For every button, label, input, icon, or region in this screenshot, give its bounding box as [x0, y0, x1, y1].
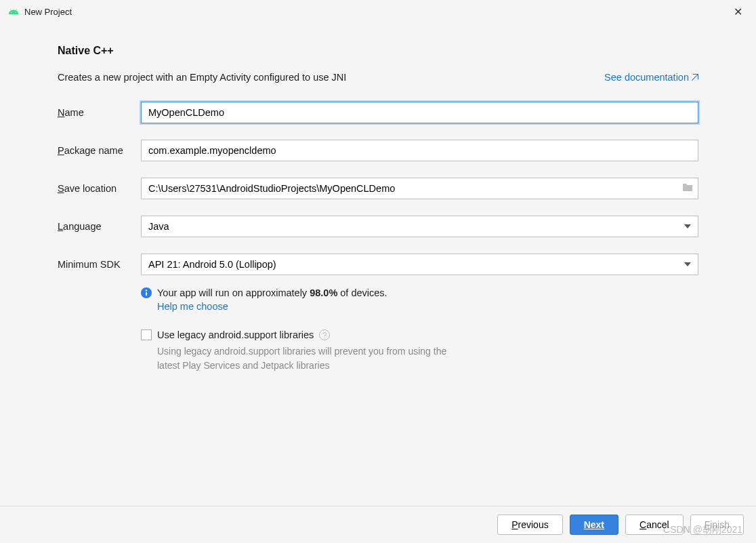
titlebar: New Project ✕ [0, 0, 756, 23]
finish-button[interactable]: Finish [690, 515, 744, 535]
language-label: Language [58, 221, 141, 232]
minimum-sdk-select[interactable]: API 21: Android 5.0 (Lollipop) [141, 254, 698, 275]
page-heading: Native C++ [58, 45, 698, 57]
device-coverage-text: Your app will run on approximately 98.0%… [157, 287, 387, 298]
svg-point-2 [146, 289, 147, 291]
page-subtext: Creates a new project with an Empty Acti… [58, 72, 346, 83]
svg-rect-1 [146, 292, 147, 296]
android-logo-icon [8, 6, 19, 17]
package-name-label: Package name [58, 145, 141, 156]
previous-button[interactable]: Previous [497, 515, 562, 535]
name-input[interactable] [141, 102, 698, 123]
name-label: Name [58, 107, 141, 118]
chevron-down-icon [684, 261, 691, 268]
legacy-libraries-checkbox[interactable] [141, 329, 152, 340]
package-name-input[interactable] [141, 140, 698, 161]
legacy-libraries-description: Using legacy android.support libraries w… [157, 344, 469, 373]
help-icon[interactable]: ? [319, 329, 330, 340]
save-location-input[interactable] [141, 178, 698, 199]
close-button[interactable]: ✕ [728, 3, 748, 21]
doc-link-label: See documentation [604, 72, 689, 83]
language-value: Java [148, 221, 169, 232]
save-location-label: Save location [58, 183, 141, 194]
chevron-down-icon [684, 223, 691, 230]
see-documentation-link[interactable]: See documentation [604, 72, 698, 83]
language-select[interactable]: Java [141, 216, 698, 237]
folder-browse-icon[interactable] [682, 182, 693, 195]
next-button[interactable]: Next [570, 515, 618, 535]
minimum-sdk-value: API 21: Android 5.0 (Lollipop) [148, 259, 276, 270]
info-icon [141, 287, 152, 298]
external-link-icon [692, 74, 698, 81]
window-title: New Project [24, 7, 72, 17]
content-area: Native C++ Creates a new project with an… [0, 23, 756, 506]
cancel-button[interactable]: Cancel [625, 515, 684, 535]
legacy-libraries-label: Use legacy android.support libraries [157, 329, 314, 340]
footer: Previous Next Cancel Finish CSDN @胡刚2021 [0, 506, 756, 543]
minimum-sdk-label: Minimum SDK [58, 259, 141, 270]
help-me-choose-link[interactable]: Help me choose [157, 301, 698, 312]
